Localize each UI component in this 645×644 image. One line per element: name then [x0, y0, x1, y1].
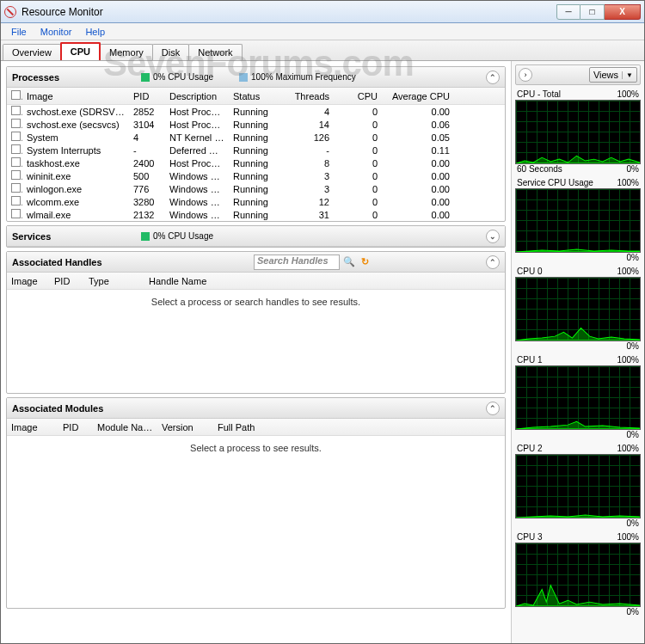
dropdown-icon: ▼: [622, 71, 633, 79]
menu-help[interactable]: Help: [78, 25, 112, 39]
row-checkbox[interactable]: [11, 170, 21, 180]
handles-title: Associated Handles: [12, 257, 141, 267]
row-checkbox[interactable]: [11, 132, 21, 141]
chart-canvas: [515, 100, 641, 164]
maximize-button[interactable]: □: [580, 4, 605, 20]
menu-bar: File Monitor Help: [1, 23, 644, 40]
tab-network[interactable]: Network: [188, 44, 242, 60]
processes-header[interactable]: Processes 0% CPU Usage 100% Maximum Freq…: [7, 67, 505, 88]
modules-empty-msg: Select a process to see results.: [7, 436, 505, 608]
tab-disk[interactable]: Disk: [152, 44, 189, 60]
services-panel: Services 0% CPU Usage ⌄: [6, 225, 506, 248]
expand-icon[interactable]: ⌄: [486, 230, 500, 243]
hcol-handle-name[interactable]: Handle Name: [144, 276, 505, 286]
left-pane: Processes 0% CPU Usage 100% Maximum Freq…: [1, 61, 511, 643]
resource-monitor-window: Resource Monitor ─ □ X File Monitor Help…: [0, 0, 645, 644]
services-title: Services: [12, 231, 141, 242]
cpu-chart: Service CPU Usage100%0%: [515, 177, 641, 264]
collapse-icon[interactable]: ⌃: [486, 402, 500, 415]
services-cpu-stat: 0% CPU Usage: [141, 231, 213, 241]
content-area: Processes 0% CPU Usage 100% Maximum Freq…: [1, 61, 644, 643]
table-row[interactable]: taskhost.exe2400Host Process ...Running8…: [7, 156, 505, 169]
handles-empty-msg: Select a process or search handles to se…: [7, 290, 505, 393]
row-checkbox[interactable]: [11, 209, 21, 218]
window-controls: ─ □ X: [556, 4, 641, 20]
tab-memory[interactable]: Memory: [100, 44, 153, 60]
cpu-chart: CPU 0100%0%: [515, 266, 641, 353]
blue-square-icon: [239, 73, 248, 82]
row-checkbox[interactable]: [11, 157, 21, 167]
app-icon: [4, 6, 16, 18]
collapse-icon[interactable]: ⌃: [486, 71, 500, 84]
mcol-module-name[interactable]: Module Name: [93, 422, 157, 432]
col-pid[interactable]: PID: [129, 91, 165, 101]
tab-bar: Overview CPU Memory Disk Network: [1, 40, 644, 61]
handles-panel: Associated Handles Search Handles 🔍 ↻ ⌃ …: [6, 251, 506, 394]
collapse-right-icon[interactable]: ›: [519, 68, 532, 82]
collapse-icon[interactable]: ⌃: [486, 255, 500, 269]
table-row[interactable]: svchost.exe (SDRSVC)2852Host Process ...…: [7, 105, 505, 118]
title-bar[interactable]: Resource Monitor ─ □ X: [1, 1, 644, 23]
handles-header[interactable]: Associated Handles Search Handles 🔍 ↻ ⌃: [7, 252, 505, 273]
mcol-image[interactable]: Image: [7, 422, 58, 432]
row-checkbox[interactable]: [11, 144, 21, 154]
table-row[interactable]: wlmail.exe2132Windows Live...Running3100…: [7, 208, 505, 221]
modules-header[interactable]: Associated Modules ⌃: [7, 398, 505, 419]
table-row[interactable]: wininit.exe500Windows Sta...Running300.0…: [7, 169, 505, 182]
hcol-image[interactable]: Image: [7, 276, 50, 286]
row-checkbox[interactable]: [11, 119, 21, 128]
cpu-chart: CPU 1100%0%: [515, 354, 641, 441]
cpu-chart: CPU - Total100%60 Seconds0%: [515, 89, 641, 175]
processes-rows: svchost.exe (SDRSVC)2852Host Process ...…: [7, 105, 505, 221]
window-title: Resource Monitor: [22, 6, 556, 18]
modules-columns: Image PID Module Name Version Full Path: [7, 419, 505, 436]
search-handles-input[interactable]: Search Handles: [254, 255, 340, 270]
cpu-chart: CPU 2100%0%: [515, 443, 641, 530]
handles-columns: Image PID Type Handle Name: [7, 273, 505, 290]
right-pane: › Views▼ CPU - Total100%60 Seconds0%Serv…: [511, 61, 644, 643]
mcol-version[interactable]: Version: [157, 422, 213, 432]
table-row[interactable]: System4NT Kernel & S...Running12600.05: [7, 131, 505, 144]
mcol-pid[interactable]: PID: [58, 422, 93, 432]
views-button[interactable]: Views▼: [589, 67, 637, 83]
processes-columns: Image PID Description Status Threads CPU…: [7, 88, 505, 105]
table-row[interactable]: wlcomm.exe3280Windows Live...Running1200…: [7, 195, 505, 208]
minimize-button[interactable]: ─: [556, 4, 580, 20]
services-header[interactable]: Services 0% CPU Usage ⌄: [7, 226, 505, 247]
tab-cpu[interactable]: CPU: [60, 42, 101, 60]
col-description[interactable]: Description: [165, 91, 229, 101]
table-row[interactable]: svchost.exe (secsvcs)3104Host Process ..…: [7, 118, 505, 131]
col-cpu[interactable]: CPU: [334, 91, 382, 101]
select-all-checkbox[interactable]: [11, 90, 21, 100]
col-threads[interactable]: Threads: [280, 91, 334, 101]
col-avg-cpu[interactable]: Average CPU: [382, 91, 454, 101]
right-toolbar: › Views▼: [515, 64, 641, 85]
close-button[interactable]: X: [605, 4, 641, 20]
cpu-chart: CPU 3100%0%: [515, 531, 641, 618]
max-freq-stat: 100% Maximum Frequency: [239, 72, 356, 82]
col-status[interactable]: Status: [229, 91, 280, 101]
green-square-icon: [141, 73, 150, 82]
charts-column: CPU - Total100%60 Seconds0%Service CPU U…: [515, 89, 641, 618]
row-checkbox[interactable]: [11, 106, 21, 115]
menu-file[interactable]: File: [4, 25, 34, 39]
row-checkbox[interactable]: [11, 196, 21, 205]
tab-overview[interactable]: Overview: [3, 44, 61, 60]
modules-panel: Associated Modules ⌃ Image PID Module Na…: [6, 397, 506, 609]
row-checkbox[interactable]: [11, 183, 21, 193]
chart-canvas: [515, 454, 641, 518]
hcol-pid[interactable]: PID: [50, 276, 84, 286]
menu-monitor[interactable]: Monitor: [34, 25, 79, 39]
chart-canvas: [515, 277, 641, 341]
hcol-type[interactable]: Type: [84, 276, 144, 286]
table-row[interactable]: winlogon.exe776Windows Log...Running300.…: [7, 182, 505, 195]
mcol-full-path[interactable]: Full Path: [213, 422, 505, 432]
refresh-icon[interactable]: ↻: [358, 255, 372, 269]
chart-canvas: [515, 543, 641, 607]
cpu-usage-stat: 0% CPU Usage: [141, 72, 213, 82]
search-icon[interactable]: 🔍: [342, 255, 356, 269]
table-row[interactable]: System Interrupts-Deferred Proc...Runnin…: [7, 144, 505, 156]
col-image[interactable]: Image: [22, 91, 129, 101]
processes-title: Processes: [12, 72, 141, 83]
processes-panel: Processes 0% CPU Usage 100% Maximum Freq…: [6, 66, 506, 222]
